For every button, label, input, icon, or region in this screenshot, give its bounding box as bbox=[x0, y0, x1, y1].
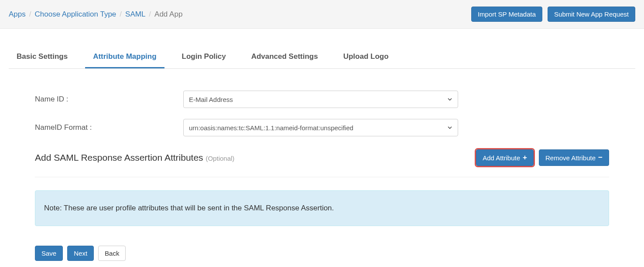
form-area: Name ID : E-Mail Address NameID Format :… bbox=[9, 69, 635, 267]
breadcrumb-saml[interactable]: SAML bbox=[125, 10, 145, 19]
breadcrumb: Apps / Choose Application Type / SAML / … bbox=[9, 10, 182, 19]
header-actions: Import SP Metadata Submit New App Reques… bbox=[471, 7, 635, 22]
nameid-format-label: NameID Format : bbox=[35, 123, 183, 132]
tabs: Basic Settings Attribute Mapping Login P… bbox=[9, 46, 635, 69]
breadcrumb-sep: / bbox=[29, 10, 31, 19]
add-attribute-label: Add Attribute bbox=[483, 154, 520, 162]
section-header: Add SAML Response Assertion Attributes (… bbox=[35, 149, 609, 177]
save-button[interactable]: Save bbox=[35, 246, 63, 261]
section-title-optional: (Optional) bbox=[206, 155, 234, 162]
minus-icon bbox=[598, 153, 603, 162]
breadcrumb-sep: / bbox=[120, 10, 122, 19]
tab-upload-logo[interactable]: Upload Logo bbox=[336, 46, 397, 68]
add-attribute-button[interactable]: Add Attribute bbox=[476, 149, 534, 166]
submit-new-app-request-button[interactable]: Submit New App Request bbox=[548, 7, 635, 22]
breadcrumb-current: Add App bbox=[154, 10, 182, 19]
remove-attribute-button[interactable]: Remove Attribute bbox=[539, 149, 609, 166]
next-button[interactable]: Next bbox=[67, 246, 94, 261]
tab-basic-settings[interactable]: Basic Settings bbox=[9, 46, 75, 68]
name-id-select[interactable]: E-Mail Address bbox=[183, 91, 458, 108]
breadcrumb-choose-type[interactable]: Choose Application Type bbox=[34, 10, 116, 19]
tab-advanced-settings[interactable]: Advanced Settings bbox=[243, 46, 326, 68]
breadcrumb-sep: / bbox=[149, 10, 151, 19]
breadcrumb-apps[interactable]: Apps bbox=[9, 10, 26, 19]
tab-login-policy[interactable]: Login Policy bbox=[174, 46, 234, 68]
form-row-name-id: Name ID : E-Mail Address bbox=[35, 91, 609, 108]
note-box: Note: These are user profile attributes … bbox=[35, 190, 609, 226]
section-actions: Add Attribute Remove Attribute bbox=[476, 149, 609, 166]
plus-icon bbox=[523, 153, 527, 162]
note-text: Note: These are user profile attributes … bbox=[44, 204, 334, 212]
section-title-text: Add SAML Response Assertion Attributes bbox=[35, 152, 203, 162]
name-id-label: Name ID : bbox=[35, 95, 183, 104]
section-title: Add SAML Response Assertion Attributes (… bbox=[35, 152, 234, 163]
form-row-nameid-format: NameID Format : urn:oasis:names:tc:SAML:… bbox=[35, 119, 609, 136]
content: Basic Settings Attribute Mapping Login P… bbox=[0, 46, 644, 267]
nameid-format-select[interactable]: urn:oasis:names:tc:SAML:1.1:nameid-forma… bbox=[183, 119, 458, 136]
remove-attribute-label: Remove Attribute bbox=[545, 154, 596, 162]
footer-actions: Save Next Back bbox=[35, 246, 609, 261]
back-button[interactable]: Back bbox=[98, 246, 126, 261]
tab-attribute-mapping[interactable]: Attribute Mapping bbox=[85, 46, 164, 68]
header-bar: Apps / Choose Application Type / SAML / … bbox=[0, 0, 644, 29]
import-sp-metadata-button[interactable]: Import SP Metadata bbox=[471, 7, 542, 22]
